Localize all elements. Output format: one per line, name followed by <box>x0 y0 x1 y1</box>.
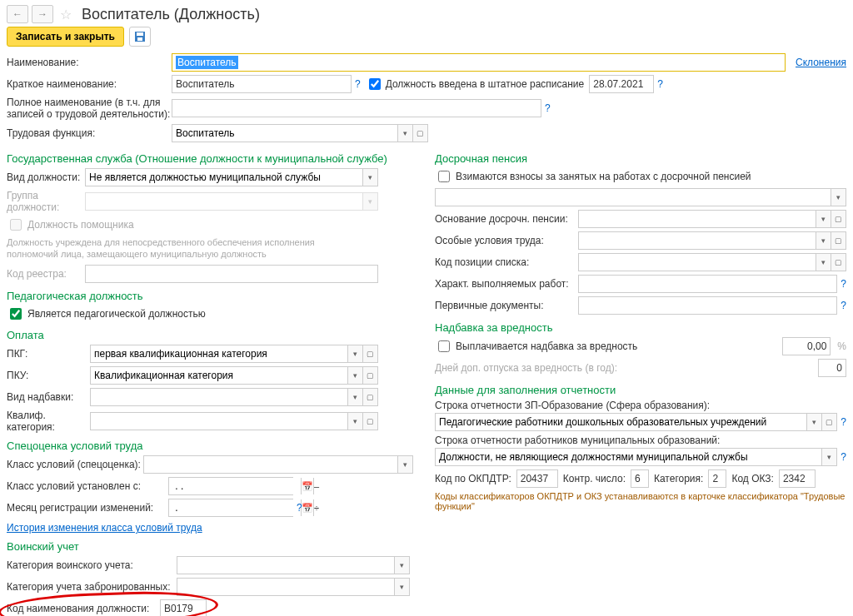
spec-class-value[interactable] <box>144 456 397 473</box>
report-line1-help-icon[interactable]: ? <box>841 416 846 428</box>
staff-schedule-checkbox[interactable] <box>369 78 381 90</box>
gov-kind-value[interactable] <box>86 169 362 186</box>
report-line1-value[interactable] <box>436 414 806 430</box>
pension-listpos-combo[interactable]: ▾ ▢ <box>578 253 846 271</box>
record-and-close-button[interactable]: Записать и закрыть <box>7 27 124 47</box>
clear-icon[interactable]: – <box>313 478 319 494</box>
allowance-kind-value[interactable] <box>91 389 347 405</box>
chevron-down-icon[interactable]: ▾ <box>821 449 836 465</box>
mil-category-value[interactable] <box>177 557 394 574</box>
report-line2-combo[interactable]: ▾ <box>435 448 837 466</box>
chevron-down-icon[interactable]: ▾ <box>394 557 409 574</box>
chevron-down-icon[interactable]: ▾ <box>347 367 362 384</box>
allowance-kind-combo[interactable]: ▾ ▢ <box>90 388 378 406</box>
pension-cond-combo[interactable]: ▾ ▢ <box>578 231 846 250</box>
labor-function-combo[interactable]: ▾ ▢ <box>172 124 428 142</box>
mil-section-title: Воинский учет <box>7 540 418 553</box>
mil-category-combo[interactable]: ▾ <box>177 556 410 574</box>
okpdtr-input[interactable] <box>516 469 558 488</box>
short-name-help-icon[interactable]: ? <box>355 78 361 90</box>
chevron-down-icon[interactable]: ▾ <box>397 456 412 473</box>
nav-forward-button[interactable]: → <box>32 5 53 23</box>
labor-function-label: Трудовая функция: <box>7 127 172 139</box>
chevron-down-icon[interactable]: ▾ <box>362 169 377 186</box>
registry-code-input <box>85 265 378 283</box>
spec-date-input[interactable]: 📅 – <box>168 477 293 495</box>
chevron-down-icon[interactable]: ▾ <box>397 125 412 142</box>
short-name-input[interactable] <box>172 75 352 93</box>
okpdtr-label: Код по ОКПДТР: <box>435 473 511 484</box>
pkg-combo[interactable]: ▾ ▢ <box>90 345 378 363</box>
pension-top-combo[interactable]: ▾ <box>435 188 846 206</box>
chevron-down-icon[interactable]: ▾ <box>347 413 362 430</box>
pension-basis-combo[interactable]: ▾ ▢ <box>578 210 846 228</box>
category-input[interactable] <box>708 469 726 488</box>
calendar-icon[interactable]: 📅 <box>301 499 313 516</box>
helper-note: Должность учреждена для непосредственног… <box>7 236 323 261</box>
pedagogical-checkbox[interactable] <box>10 308 22 320</box>
open-icon[interactable]: ▢ <box>362 345 377 362</box>
open-icon[interactable]: ▢ <box>831 211 846 227</box>
chevron-down-icon[interactable]: ▾ <box>816 254 831 271</box>
spec-class-combo[interactable]: ▾ <box>143 455 413 474</box>
staff-schedule-label: Должность введена в штатное расписание <box>386 78 585 90</box>
open-icon[interactable]: ▢ <box>362 389 377 405</box>
open-icon[interactable]: ▢ <box>831 254 846 271</box>
name-input[interactable]: Воспитатель <box>172 53 786 72</box>
pension-contrib-checkbox[interactable] <box>438 171 450 182</box>
declensions-link[interactable]: Склонения <box>796 57 846 68</box>
full-name-help-icon[interactable]: ? <box>545 102 551 114</box>
spec-month-input[interactable]: 📅 ÷ <box>168 499 293 517</box>
open-icon[interactable]: ▢ <box>831 232 846 249</box>
pay-section-title: Оплата <box>7 329 418 341</box>
favorite-star-icon[interactable]: ☆ <box>60 7 72 22</box>
ped-section-title: Педагогическая должность <box>7 290 418 302</box>
chevron-down-icon[interactable]: ▾ <box>831 189 846 206</box>
pkg-value[interactable] <box>91 345 347 362</box>
qual-category-label: Квалиф. категория: <box>7 410 90 433</box>
gov-kind-combo[interactable]: ▾ <box>85 168 378 186</box>
calendar-icon[interactable]: 📅 <box>301 478 313 494</box>
okz-input[interactable] <box>779 469 816 488</box>
report-line2-help-icon[interactable]: ? <box>841 451 846 463</box>
nav-back-button[interactable]: ← <box>7 5 28 23</box>
spec-history-link[interactable]: История изменения класса условий труда <box>7 522 202 534</box>
mil-code-input[interactable] <box>160 599 207 616</box>
full-name-input[interactable] <box>172 99 541 117</box>
chevron-down-icon[interactable]: ▾ <box>806 414 821 430</box>
chevron-down-icon[interactable]: ▾ <box>394 579 409 595</box>
pkg-label: ПКГ: <box>7 348 90 360</box>
staff-date-help-icon[interactable]: ? <box>657 78 663 90</box>
chevron-down-icon[interactable]: ▾ <box>816 211 831 227</box>
hazard-checkbox[interactable] <box>438 340 450 352</box>
open-icon[interactable]: ▢ <box>821 414 836 430</box>
mil-booked-combo[interactable]: ▾ <box>177 578 410 596</box>
pku-value[interactable] <box>91 367 347 384</box>
labor-function-value[interactable] <box>172 125 397 142</box>
report-line1-combo[interactable]: ▾ ▢ <box>435 413 837 431</box>
pension-docs-input[interactable] <box>578 296 837 315</box>
registry-code-label: Код реестра: <box>7 268 85 280</box>
qual-category-value[interactable] <box>91 413 347 430</box>
pension-work-input[interactable] <box>578 275 837 293</box>
pension-work-help-icon[interactable]: ? <box>841 278 846 290</box>
pku-combo[interactable]: ▾ ▢ <box>90 366 378 385</box>
spec-month-help-icon[interactable]: ? <box>297 502 302 514</box>
pension-contrib-label: Взимаются взносы за занятых на работах с… <box>456 171 751 182</box>
stepper-icon[interactable]: ÷ <box>313 499 319 516</box>
ctrl-num-input[interactable] <box>631 469 649 488</box>
open-icon[interactable]: ▢ <box>412 125 427 142</box>
chevron-down-icon[interactable]: ▾ <box>816 232 831 249</box>
chevron-down-icon[interactable]: ▾ <box>347 389 362 405</box>
report-line2-value[interactable] <box>436 449 821 465</box>
mil-booked-value[interactable] <box>177 579 394 595</box>
qual-category-combo[interactable]: ▾ ▢ <box>90 412 378 430</box>
gov-group-value <box>86 193 362 210</box>
pension-docs-help-icon[interactable]: ? <box>841 300 846 311</box>
percent-label: % <box>837 340 846 352</box>
open-icon[interactable]: ▢ <box>362 367 377 384</box>
chevron-down-icon[interactable]: ▾ <box>347 345 362 362</box>
open-icon[interactable]: ▢ <box>362 413 377 430</box>
staff-date-input[interactable] <box>589 75 654 93</box>
save-button[interactable] <box>129 27 151 47</box>
